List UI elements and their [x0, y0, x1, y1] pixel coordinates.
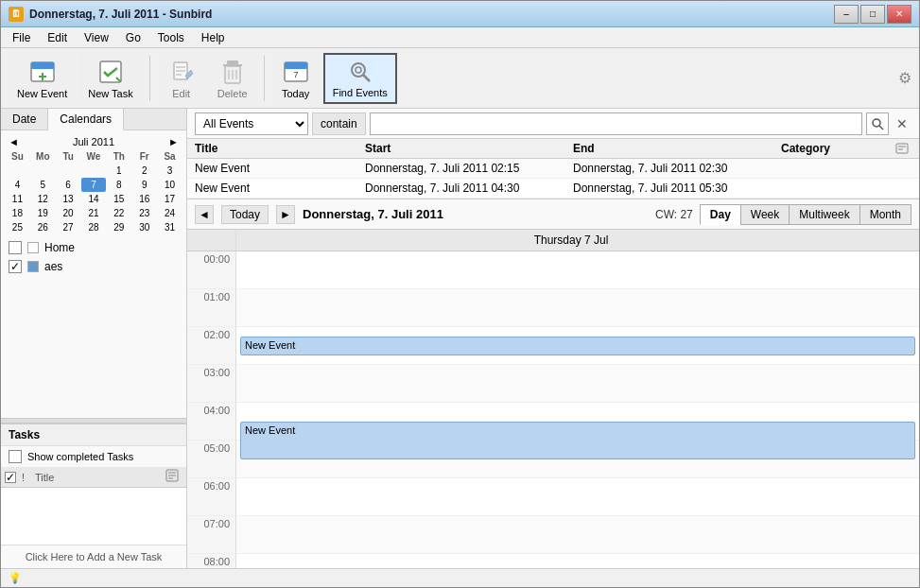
mini-cal-day-cell[interactable]: 9: [131, 178, 157, 192]
tasks-show-completed[interactable]: Show completed Tasks: [1, 446, 186, 467]
new-task-button[interactable]: New Task: [79, 53, 141, 104]
mini-cal-grid: SuMoTuWeThFrSa: [5, 149, 182, 164]
day-time-slot[interactable]: [236, 516, 919, 554]
tab-calendars[interactable]: Calendars: [48, 109, 124, 130]
mini-cal-day-cell[interactable]: 10: [157, 178, 182, 192]
event-category-cell: [781, 162, 911, 175]
calendar-event[interactable]: New Event: [240, 422, 915, 459]
find-events-button[interactable]: Find Events: [323, 53, 397, 104]
mini-cal-day-cell[interactable]: 31: [157, 220, 182, 234]
calendar-item[interactable]: Home: [1, 238, 186, 257]
events-column: New EventNew Event: [236, 251, 919, 568]
calendar-checkbox[interactable]: [9, 241, 22, 254]
menu-view[interactable]: View: [77, 29, 116, 46]
mini-cal-day-cell[interactable]: 3: [157, 164, 182, 178]
mini-cal-day-cell[interactable]: 26: [30, 220, 56, 234]
new-event-button[interactable]: New Event: [9, 53, 76, 104]
minimize-button[interactable]: –: [834, 5, 859, 24]
event-list-header: Title Start End Category: [187, 139, 919, 159]
mini-cal-day-cell[interactable]: 2: [131, 164, 157, 178]
tasks-body: [1, 488, 186, 545]
event-list-corner-icon[interactable]: [893, 142, 911, 155]
mini-cal-prev-icon[interactable]: ◄: [9, 136, 19, 147]
mini-cal-day-cell[interactable]: 12: [30, 192, 56, 206]
mini-cal-day-cell[interactable]: 5: [30, 178, 56, 192]
event-list-row[interactable]: New Event Donnerstag, 7. Juli 2011 04:30…: [187, 179, 919, 199]
search-button[interactable]: [866, 112, 889, 135]
mini-cal-day-cell[interactable]: 21: [81, 206, 107, 220]
cal-next-button[interactable]: ►: [276, 205, 295, 224]
edit-icon: [166, 58, 197, 86]
close-button[interactable]: ✕: [887, 5, 911, 24]
mini-cal-day-cell: [5, 164, 30, 178]
cal-view-tab-day[interactable]: Day: [700, 204, 741, 225]
svg-text:7: 7: [293, 70, 298, 79]
calendar-name: aes: [44, 260, 62, 273]
mini-cal-day-cell[interactable]: 24: [157, 206, 182, 220]
menu-tools[interactable]: Tools: [150, 29, 192, 46]
mini-cal-day-cell[interactable]: 23: [131, 206, 157, 220]
day-time-slot[interactable]: [236, 251, 919, 289]
delete-button[interactable]: Delete: [209, 53, 256, 104]
cal-view-tab-week[interactable]: Week: [740, 204, 790, 225]
menu-edit[interactable]: Edit: [40, 29, 75, 46]
event-list: Title Start End Category New Event Donne…: [187, 139, 919, 199]
day-time-slot[interactable]: [236, 554, 919, 568]
svg-rect-18: [285, 62, 307, 69]
search-input[interactable]: [370, 112, 862, 135]
svg-rect-11: [227, 61, 238, 64]
tab-date[interactable]: Date: [1, 109, 48, 130]
calendar-checkbox[interactable]: ✓: [9, 260, 22, 273]
mini-cal-day-cell[interactable]: 18: [5, 206, 30, 220]
col-category-header: Category: [781, 142, 893, 155]
mini-cal-next-icon[interactable]: ►: [168, 136, 179, 147]
mini-cal-day-cell[interactable]: 15: [106, 192, 131, 206]
event-filter-dropdown[interactable]: All EventsToday's EventsFuture Events: [195, 112, 308, 135]
settings-gear-icon[interactable]: ⚙: [898, 69, 911, 87]
event-list-row[interactable]: New Event Donnerstag, 7. Juli 2011 02:15…: [187, 159, 919, 179]
calendar-item[interactable]: ✓aes: [1, 257, 186, 276]
mini-cal-day-cell[interactable]: 16: [131, 192, 157, 206]
today-button[interactable]: 7 Today: [272, 53, 320, 104]
mini-cal-day-cell[interactable]: 17: [157, 192, 182, 206]
time-slot-label: 05:00: [187, 441, 235, 478]
day-time-slot[interactable]: [236, 289, 919, 327]
day-time-slot[interactable]: [236, 478, 919, 516]
mini-cal-day-cell[interactable]: 1: [106, 164, 131, 178]
mini-cal-day-cell[interactable]: 7: [81, 178, 107, 192]
cal-prev-button[interactable]: ◄: [195, 205, 214, 224]
mini-cal-day-cell[interactable]: 6: [56, 178, 81, 192]
day-body[interactable]: 00:0001:0002:0003:0004:0005:0006:0007:00…: [187, 251, 919, 568]
cal-today-button[interactable]: Today: [221, 205, 269, 224]
mini-cal-day-cell[interactable]: 28: [81, 220, 107, 234]
mini-cal-day-cell[interactable]: 27: [56, 220, 81, 234]
maximize-button[interactable]: □: [860, 5, 885, 24]
mini-cal-day-cell[interactable]: 30: [131, 220, 157, 234]
menu-file[interactable]: File: [5, 29, 38, 46]
add-task-button[interactable]: Click Here to Add a New Task: [1, 545, 186, 568]
tasks-select-all-checkbox[interactable]: ✓: [5, 472, 16, 483]
menu-help[interactable]: Help: [194, 29, 233, 46]
cal-view-tab-multiweek[interactable]: Multiweek: [789, 204, 859, 225]
mini-cal-day-cell[interactable]: 13: [56, 192, 81, 206]
mini-cal-day-cell[interactable]: 29: [106, 220, 131, 234]
mini-cal-day-cell[interactable]: 22: [106, 206, 131, 220]
mini-cal-day-cell[interactable]: 20: [56, 206, 81, 220]
mini-cal-day-cell[interactable]: 8: [106, 178, 131, 192]
show-completed-label: Show completed Tasks: [27, 451, 133, 462]
mini-cal-day-cell[interactable]: 25: [5, 220, 30, 234]
mini-cal-day-cell[interactable]: 14: [81, 192, 107, 206]
cal-view-tab-month[interactable]: Month: [859, 204, 911, 225]
col-title-header: Title: [195, 142, 365, 155]
show-completed-checkbox[interactable]: [9, 450, 22, 463]
mini-cal-day-cell[interactable]: 4: [5, 178, 30, 192]
day-time-slot[interactable]: [236, 365, 919, 403]
col-start-header: Start: [365, 142, 573, 155]
calendar-event[interactable]: New Event: [240, 337, 915, 355]
mini-cal-day-cell[interactable]: 19: [30, 206, 56, 220]
edit-button[interactable]: Edit: [158, 53, 205, 104]
search-close-button[interactable]: ✕: [893, 114, 911, 133]
mini-cal-day-cell[interactable]: 11: [5, 192, 30, 206]
menu-go[interactable]: Go: [118, 29, 148, 46]
svg-rect-29: [896, 144, 908, 153]
